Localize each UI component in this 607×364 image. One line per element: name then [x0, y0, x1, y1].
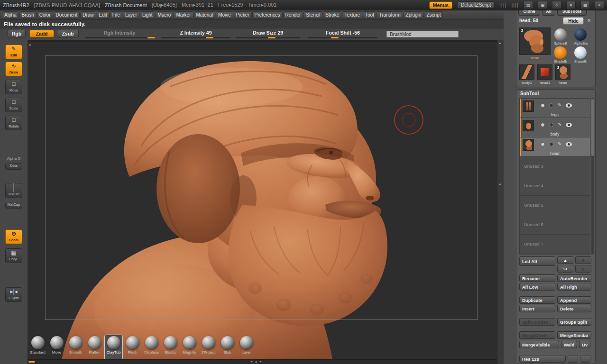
subtool-row-unused[interactable]: Unused 7 — [520, 235, 590, 254]
sliders-icon[interactable]: |||| — [512, 3, 519, 8]
move-in-button[interactable]: ↳ — [575, 265, 591, 273]
menu-item[interactable]: Preferences — [252, 11, 283, 18]
recent-tool-thumbnail[interactable]: 3 — [555, 64, 570, 80]
sidebar-item-draw[interactable]: ∿ Draw — [5, 62, 22, 76]
menu-item[interactable]: Alpha — [2, 11, 19, 18]
lock-icon[interactable]: ▣ — [538, 1, 547, 9]
mergesimilar-button[interactable]: MergeSimilar — [557, 331, 591, 339]
sliders-icon[interactable]: |||| — [499, 3, 506, 8]
move-down-button[interactable]: ▼ — [575, 256, 591, 264]
menu-item[interactable]: Render — [283, 11, 304, 18]
brush-item[interactable]: Blob — [218, 335, 237, 360]
menu-item[interactable]: Stencil — [304, 11, 322, 18]
menu-item[interactable]: Light — [140, 11, 155, 18]
autoreorder-button[interactable]: AutoReorder — [557, 274, 591, 282]
menu-item[interactable]: Movie — [216, 11, 233, 18]
visibility-eye-icon[interactable] — [566, 142, 572, 146]
sidebar-item-matcap[interactable]: MatCap — [5, 202, 22, 209]
brush-item[interactable]: Smooth — [66, 335, 85, 360]
draw-size-slider[interactable]: Draw Size 29 — [235, 30, 301, 38]
divider-arrow-icon[interactable]: ▴ — [499, 41, 501, 45]
subtool-thumbnail[interactable] — [523, 100, 534, 112]
menu-item[interactable]: Draw — [80, 11, 96, 18]
menu-item[interactable]: File — [110, 11, 122, 18]
menu-item[interactable]: Document — [54, 11, 80, 18]
zsub-button[interactable]: Zsub — [57, 30, 79, 37]
subtool-title[interactable]: SubTool — [520, 91, 539, 96]
horizontal-scrollbar[interactable]: ◂ ▴ ▸ — [28, 359, 497, 364]
subtool-row-selected[interactable]: ✎ head — [520, 137, 590, 157]
subtool-thumbnail[interactable] — [523, 120, 534, 131]
hide-button[interactable]: Hide — [563, 17, 584, 25]
brush-item[interactable]: Move — [47, 335, 66, 360]
circle-icon[interactable]: ○ — [552, 1, 561, 9]
rgb-button[interactable]: Rgb — [8, 30, 26, 37]
res-option-button[interactable] — [568, 355, 578, 363]
all-button[interactable]: All — [542, 10, 555, 16]
grid-view-icon[interactable]: ▦ — [580, 1, 590, 9]
paint-icon[interactable]: ✎ — [558, 122, 561, 127]
menus-button[interactable]: Menus — [429, 1, 452, 9]
brush-item[interactable]: Pinch — [123, 335, 142, 360]
menu-item[interactable]: Layer — [123, 11, 139, 18]
weld-button[interactable]: Weld — [561, 341, 577, 348]
subtool-scrollbar[interactable] — [591, 98, 594, 255]
active-tool-thumbnail[interactable]: 3 — [519, 27, 551, 55]
polypaint-toggle-icon[interactable] — [541, 103, 545, 108]
polypaint-toggle-icon[interactable] — [541, 123, 545, 127]
sidebar-item-local[interactable]: ⊕ Local — [5, 229, 22, 244]
dropdown-button[interactable]: ▾ — [566, 1, 576, 9]
sidebar-item-move[interactable]: □ Move — [5, 80, 22, 94]
menu-item[interactable]: Marker — [174, 11, 193, 18]
mergevisible-button[interactable]: MergeVisible — [519, 341, 559, 348]
default-zscript-button[interactable]: DefaultZScript — [457, 1, 495, 9]
res-slider[interactable]: Res 128 — [519, 355, 566, 363]
brush-thumbnail-eraserbr[interactable] — [574, 46, 587, 59]
subtool-row[interactable]: ✎ legs — [520, 99, 590, 118]
insert-button[interactable]: Insert — [519, 305, 555, 312]
menu-item[interactable]: Zplugin — [404, 11, 424, 18]
brush-item[interactable]: ZProject — [199, 335, 218, 360]
subtool-row-unused[interactable]: Unused 4 — [520, 176, 590, 196]
brush-item[interactable]: Elastic — [161, 335, 180, 360]
groups-split-button[interactable]: Groups Split — [557, 318, 591, 326]
menu-item[interactable]: Macro — [156, 11, 174, 18]
delete-button[interactable]: Delete — [557, 305, 591, 312]
menu-item[interactable]: Texture — [342, 11, 362, 18]
divider-arrow-icon[interactable]: ◂ — [499, 182, 501, 186]
panel-dock-icon[interactable]: ▤ — [524, 1, 533, 9]
brush-item[interactable]: Standard — [28, 335, 47, 360]
stroke-thumbnail-simplebr[interactable] — [554, 46, 567, 59]
list-all-button[interactable]: List All — [519, 256, 555, 266]
menu-item[interactable]: Zscript — [424, 11, 443, 18]
scroll-left-icon[interactable]: ◂ — [250, 359, 252, 364]
menu-item[interactable]: Edit — [97, 11, 110, 18]
sidebar-item-scale[interactable]: □ Scale — [5, 98, 22, 112]
all-low-button[interactable]: All Low — [519, 283, 555, 291]
shader-toggle-icon[interactable] — [549, 123, 553, 127]
scroll-up-icon[interactable]: ▴ — [255, 359, 257, 364]
focal-shift-slider[interactable]: Focal Shift -56 — [307, 30, 378, 38]
sidebar-item-stroke-dots[interactable]: Dots — [5, 163, 22, 170]
menu-item[interactable]: Color — [37, 11, 53, 18]
mergedown-button[interactable]: MergeDown — [519, 331, 555, 339]
z-intensity-slider[interactable]: Z Intensity 49 — [160, 30, 231, 38]
menu-item[interactable]: Transform — [377, 11, 403, 18]
shader-toggle-icon[interactable] — [549, 103, 553, 108]
duplicate-button[interactable]: Duplicate — [519, 296, 555, 304]
paint-icon[interactable]: ✎ — [558, 142, 561, 146]
clone-button[interactable]: Clone — [518, 10, 540, 16]
brush-item-selected[interactable]: ClayTub — [104, 335, 123, 360]
sidebar-item-edit[interactable]: ✎ Edit — [5, 45, 22, 59]
brush-item[interactable]: Displace — [142, 335, 161, 360]
brush-thumbnail-sphereb[interactable] — [554, 28, 567, 41]
uv-button[interactable]: Uv — [579, 341, 590, 348]
brush-item[interactable]: Layer — [237, 335, 256, 360]
subtool-row[interactable]: ✎ body — [520, 118, 590, 137]
menu-item[interactable]: Brush — [19, 11, 37, 18]
all-high-button[interactable]: All High — [557, 283, 591, 291]
subtool-thumbnail[interactable] — [523, 139, 534, 151]
rename-button[interactable]: Rename — [519, 274, 555, 282]
brushmod-box[interactable]: BrushMod — [386, 31, 459, 37]
menu-item[interactable]: Picker — [234, 11, 252, 18]
